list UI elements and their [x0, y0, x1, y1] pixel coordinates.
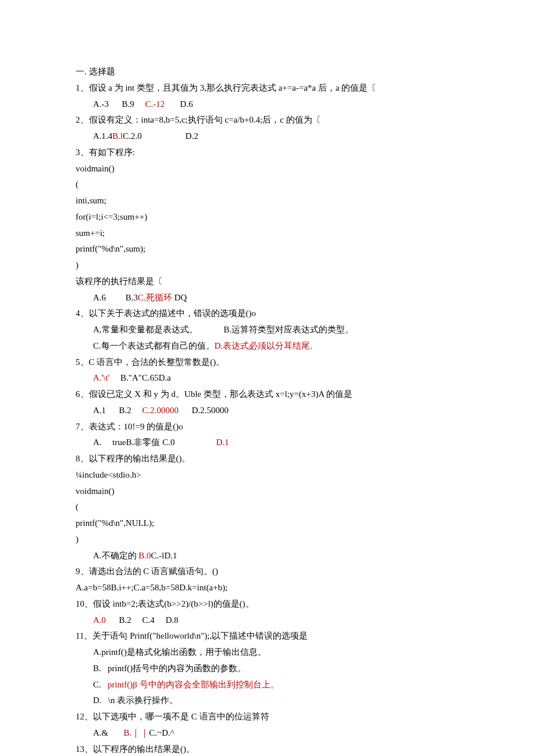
q8-code-line: printf("%d\n",NULL);: [76, 515, 459, 532]
question-10-options: A.0 B.2 C.4 D.8: [76, 612, 459, 629]
q11-option-b-row: B. printf()括号中的内容为函数的参数。: [76, 661, 459, 677]
question-5-options: A.'\t' B."A"C.65D.a: [76, 370, 459, 386]
question-4-row2: C.每一个表达式都有自己的值。D.表达式必须以分耳结尾.: [76, 338, 459, 354]
question-3-options: A.6 B.3C.死循环 DQ: [76, 290, 459, 306]
q3-code-line: for(i=l;i<=3;sum++): [76, 209, 459, 225]
q2-option-b: B.l: [112, 131, 123, 141]
section-heading: 一. 选择题: [76, 64, 459, 80]
q5-option-a: A.'\t': [93, 373, 109, 382]
q11-c-prefix: C.: [93, 680, 101, 689]
question-2-options: A.1.4B.lC.2.0 D.2: [76, 128, 459, 145]
q11-b-prefix: B.: [93, 664, 101, 673]
q1-option-c: C.-12: [145, 99, 165, 109]
question-13: 13、以下程序的输出结果是()。: [76, 741, 459, 757]
q7-option-ab: trueB.非零值 C.0: [112, 438, 174, 447]
q4-option-d: D.表达式必须以分耳结尾.: [215, 341, 312, 350]
question-8-options: A.不确定的 B.0C.-lD.1: [76, 548, 459, 564]
q7-option-d: D.1: [216, 438, 229, 447]
q8-code-line: (: [76, 499, 459, 515]
q3-option-c: C.死循环: [138, 293, 172, 302]
q8-code-line: ): [76, 532, 459, 548]
question-4-row1: A,常量和变量都是表达式。 B.运算符类型对应表达式的类型。: [76, 322, 459, 338]
q10-option-c: C.4: [142, 615, 155, 625]
question-1-options: A.-3 B.9 C.-12 D.6: [76, 96, 459, 113]
question-1: 1、假设 a 为 int 类型，且其值为 3,那么执行完表达式 a+=a-=a*…: [76, 80, 459, 96]
question-8: 8、以下程序的输出结果是()。: [76, 451, 459, 467]
q8-option-a: A.不确定的: [93, 551, 138, 560]
question-4: 4、以下关于表达式的描述中，错误的选项是()o: [76, 306, 459, 322]
q11-option-b: printf()括号中的内容为函数的参数。: [108, 664, 246, 673]
q12-option-rest: C.~D.^: [149, 728, 174, 737]
q11-option-c: printf()β 号中的内容会全部输出到控制台上。: [108, 680, 279, 689]
q6-option-a: A.1: [93, 406, 106, 415]
q2-option-c: C.2.0: [123, 131, 142, 141]
question-10: 10、假设 intb=2;表达式(b>>2)/(b>>l)的值是()。: [76, 596, 459, 612]
q10-option-a: A.0: [93, 615, 106, 625]
q3-code-line: voidmain(): [76, 161, 459, 177]
q4-option-a: A,常量和变量都是表达式。: [93, 325, 198, 334]
q3-option-d: DQ: [172, 293, 187, 302]
q3-option-a: A.6: [93, 293, 106, 302]
question-9-options: A.a=b=58B.i++;C.a=58,b=58D.k=int(a+b);: [76, 580, 459, 596]
q3-code-line: inti,sum;: [76, 193, 459, 209]
q11-option-d-row: D. \n 表示换行操作。: [76, 693, 459, 709]
q8-code-line: ¼include<stdio.h>: [76, 467, 459, 483]
q12-option-a: A.&: [93, 728, 108, 737]
q10-option-d: D.8: [166, 615, 179, 625]
q3-result-text: 该程序的执行结果是〔: [76, 274, 459, 290]
q11-option-d: \n 表示换行操作。: [108, 696, 178, 705]
q10-option-b: B.2: [119, 615, 131, 625]
question-7-options: A. trueB.非零值 C.0 D.1: [76, 435, 459, 451]
page-content: 一. 选择题 1、假设 a 为 int 类型，且其值为 3,那么执行完表达式 a…: [0, 0, 535, 756]
q3-code-line: (: [76, 177, 459, 193]
q11-option-a: A.printf()是格式化输出函数，用于输出信息。: [76, 644, 459, 661]
q2-option-a: A.1.4: [93, 131, 112, 141]
q3-option-b: B.3: [126, 293, 138, 302]
q1-option-a: A.-3: [93, 99, 109, 109]
q1-option-d: D.6: [180, 99, 193, 109]
question-11: 11、关于语句 Printf("helloworld\n");,以下描述中错误的…: [76, 628, 459, 644]
q3-code-line: ): [76, 257, 459, 274]
question-3: 3、有如下程序:: [76, 145, 459, 161]
question-2: 2、假设有定义：inta=8,b=5,c;执行语句 c=a/b+0.4;后，c …: [76, 112, 459, 128]
q4-option-b: B.运算符类型对应表达式的类型。: [224, 325, 354, 334]
q12-option-b: B.｜｜: [124, 728, 149, 737]
q11-d-prefix: D.: [93, 696, 102, 705]
q11-option-c-row: C. printf()β 号中的内容会全部输出到控制台上。: [76, 677, 459, 693]
question-7: 7、表达式：10!=9 的值是()o: [76, 419, 459, 435]
q8-option-rest: C.-lD.1: [151, 551, 177, 560]
q4-option-c: C.每一个表达式都有自己的值。: [93, 341, 215, 350]
question-9: 9、请选出合法的 C 语言赋值语句。(): [76, 564, 459, 580]
q3-code-line: sum+=i;: [76, 225, 459, 242]
q8-option-b: B.0: [138, 551, 151, 560]
question-12: 12、以下选项中，哪一项不是 C 语言中的位运算符: [76, 709, 459, 725]
q8-code-line: voidmain(): [76, 483, 459, 500]
q6-option-b: B.2: [119, 406, 131, 415]
question-12-options: A.& B.｜｜C.~D.^: [76, 725, 459, 741]
q6-option-d: D.2.50000: [192, 406, 229, 415]
q1-option-b: B.9: [122, 99, 134, 109]
question-5: 5、C 语言中，合法的长整型常数是()。: [76, 354, 459, 371]
q5-option-rest: B."A"C.65D.a: [120, 373, 171, 382]
q3-code-line: printf("%d\n",sum);: [76, 241, 459, 257]
question-6: 6、假设已定义 X 和 y 为 d。Uble 类型，那么表达式 x=l;y=(x…: [76, 386, 459, 403]
q2-option-d: D.2: [186, 131, 198, 141]
question-6-options: A.1 B.2 C.2.00000 D.2.50000: [76, 403, 459, 419]
q7-option-a: A.: [93, 438, 102, 447]
q6-option-c: C.2.00000: [142, 406, 179, 415]
